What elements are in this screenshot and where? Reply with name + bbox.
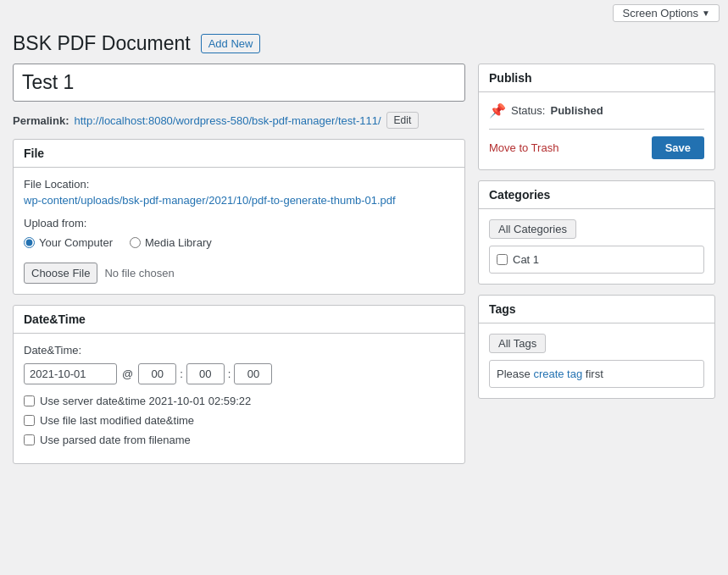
permalink-row: Permalink: http://localhost:8080/wordpre… bbox=[13, 112, 465, 129]
upload-from-label: Upload from: bbox=[24, 217, 454, 229]
tags-message-suffix: first bbox=[582, 368, 603, 380]
date-input[interactable] bbox=[24, 363, 117, 384]
datetime-metabox-body: Date&Time: @ : : Use server date&time 20… bbox=[14, 334, 464, 463]
no-file-text: No file chosen bbox=[104, 267, 174, 279]
radio-media-label: Media Library bbox=[145, 236, 212, 249]
radio-media-input[interactable] bbox=[130, 237, 141, 248]
file-location-label: File Location: bbox=[24, 178, 454, 191]
parsed-date-checkbox[interactable] bbox=[24, 434, 35, 445]
file-input-row: Choose File No file chosen bbox=[24, 263, 454, 284]
right-column: Publish 📌 Status: Published Move to Tras… bbox=[478, 64, 715, 464]
minute-input[interactable] bbox=[186, 363, 225, 384]
publish-actions: Move to Trash Save bbox=[489, 129, 704, 159]
parsed-date-label: Use parsed date from filename bbox=[40, 434, 191, 446]
tags-metabox-header: Tags bbox=[479, 296, 714, 323]
time-sep-2: : bbox=[228, 368, 231, 380]
at-label: @ bbox=[122, 368, 133, 380]
datetime-inputs-row: @ : : bbox=[24, 363, 454, 384]
pin-icon: 📌 bbox=[489, 102, 506, 119]
server-datetime-checkbox[interactable] bbox=[24, 395, 35, 406]
categories-metabox-header: Categories bbox=[479, 181, 714, 209]
file-metabox: File File Location: wp-content/uploads/b… bbox=[13, 139, 465, 295]
upload-radio-group: Your Computer Media Library bbox=[24, 236, 454, 249]
server-datetime-label: Use server date&time 2021-10-01 02:59:22 bbox=[40, 395, 251, 407]
choose-file-button[interactable]: Choose File bbox=[24, 263, 97, 284]
page-header: BSK PDF Document Add New bbox=[0, 25, 728, 64]
publish-metabox-header: Publish bbox=[479, 64, 714, 92]
category-cat1-label: Cat 1 bbox=[513, 253, 539, 266]
datetime-label: Date&Time: bbox=[24, 344, 454, 357]
categories-metabox-body: All Categories Cat 1 bbox=[479, 209, 714, 284]
hour-input[interactable] bbox=[138, 363, 176, 384]
all-categories-tab[interactable]: All Categories bbox=[489, 219, 576, 239]
screen-options-button[interactable]: Screen Options ▼ bbox=[613, 4, 720, 22]
permalink-link[interactable]: http://localhost:8080/wordpress-580/bsk-… bbox=[74, 114, 381, 127]
datetime-metabox: Date&Time Date&Time: @ : : Use server da… bbox=[13, 305, 465, 464]
page-title: BSK PDF Document bbox=[13, 32, 191, 55]
publish-metabox: Publish 📌 Status: Published Move to Tras… bbox=[478, 64, 715, 170]
second-input[interactable] bbox=[234, 363, 272, 384]
radio-media-library[interactable]: Media Library bbox=[130, 236, 212, 249]
tags-metabox-body: All Tags Please create tag first bbox=[479, 323, 714, 398]
all-tags-tab[interactable]: All Tags bbox=[489, 334, 546, 353]
move-to-trash-link[interactable]: Move to Trash bbox=[489, 141, 559, 154]
status-value: Published bbox=[550, 104, 603, 117]
publish-metabox-body: 📌 Status: Published Move to Trash Save bbox=[479, 92, 714, 169]
add-new-button[interactable]: Add New bbox=[201, 34, 261, 53]
create-tag-link[interactable]: create tag bbox=[533, 368, 582, 380]
post-title-input[interactable] bbox=[13, 64, 465, 102]
file-modified-checkbox[interactable] bbox=[24, 415, 35, 426]
permalink-label: Permalink: bbox=[13, 114, 69, 127]
time-sep-1: : bbox=[180, 368, 183, 380]
save-button[interactable]: Save bbox=[652, 136, 704, 159]
file-metabox-header: File bbox=[14, 140, 464, 168]
tags-message-prefix: Please bbox=[497, 368, 533, 380]
datetime-metabox-header: Date&Time bbox=[14, 306, 464, 334]
file-path-link[interactable]: wp-content/uploads/bsk-pdf-manager/2021/… bbox=[24, 194, 396, 207]
category-cat1-checkbox[interactable] bbox=[497, 254, 508, 265]
category-item: Cat 1 bbox=[497, 253, 697, 266]
radio-computer-input[interactable] bbox=[24, 237, 35, 248]
checkbox-server-datetime: Use server date&time 2021-10-01 02:59:22 bbox=[24, 395, 454, 407]
main-layout: Permalink: http://localhost:8080/wordpre… bbox=[0, 64, 728, 464]
radio-your-computer[interactable]: Your Computer bbox=[24, 236, 113, 249]
file-metabox-body: File Location: wp-content/uploads/bsk-pd… bbox=[14, 168, 464, 294]
categories-metabox: Categories All Categories Cat 1 bbox=[478, 180, 715, 285]
left-column: Permalink: http://localhost:8080/wordpre… bbox=[13, 64, 465, 464]
checkbox-file-modified: Use file last modified date&time bbox=[24, 414, 454, 427]
top-bar: Screen Options ▼ bbox=[0, 0, 728, 25]
radio-computer-label: Your Computer bbox=[39, 236, 113, 249]
checkbox-parsed-date: Use parsed date from filename bbox=[24, 434, 454, 446]
file-modified-label: Use file last modified date&time bbox=[40, 414, 194, 427]
status-label: Status: bbox=[511, 104, 545, 117]
publish-status-row: 📌 Status: Published bbox=[489, 102, 704, 119]
tags-metabox: Tags All Tags Please create tag first bbox=[478, 295, 715, 399]
screen-options-arrow-icon: ▼ bbox=[702, 8, 710, 18]
screen-options-label: Screen Options bbox=[622, 7, 698, 19]
categories-list: Cat 1 bbox=[489, 246, 704, 274]
edit-permalink-button[interactable]: Edit bbox=[386, 112, 420, 129]
tags-message-box: Please create tag first bbox=[489, 360, 704, 388]
